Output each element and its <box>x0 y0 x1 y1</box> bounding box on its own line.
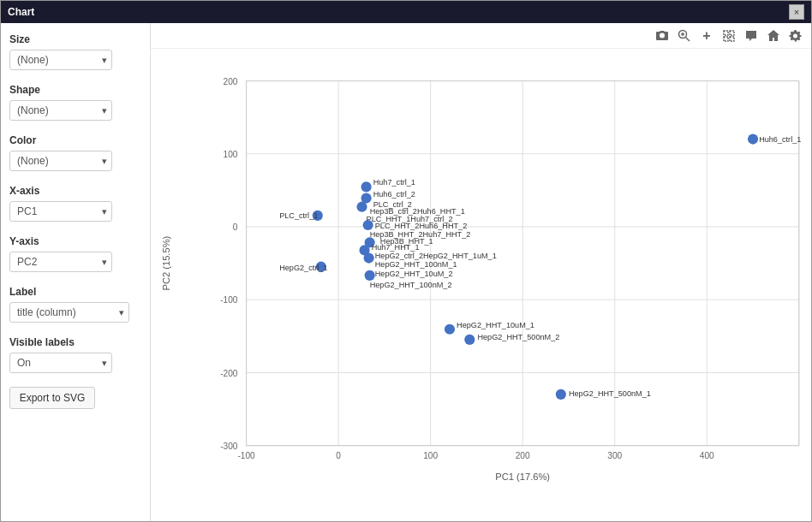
size-select-wrapper[interactable]: (None) <box>9 50 112 70</box>
svg-text:-100: -100 <box>220 295 238 305</box>
svg-text:Huh6_ctrl_1: Huh6_ctrl_1 <box>759 135 801 144</box>
window-title: Chart <box>8 6 34 18</box>
data-point <box>464 335 475 345</box>
svg-text:300: 300 <box>607 451 622 460</box>
camera-icon[interactable] <box>654 27 671 44</box>
svg-rect-5 <box>730 31 734 35</box>
yaxis-select[interactable]: PC1PC2PC3 <box>9 252 112 272</box>
svg-text:HepG2_ctrl_1: HepG2_ctrl_1 <box>279 264 327 272</box>
visible-labels-select-wrapper[interactable]: OnOff <box>9 353 112 373</box>
svg-text:-200: -200 <box>220 369 238 378</box>
svg-text:0: 0 <box>336 451 341 460</box>
data-point <box>363 220 373 230</box>
data-point <box>361 181 372 192</box>
xaxis-select-wrapper[interactable]: PC1PC2PC3 <box>9 201 112 222</box>
yaxis-select-wrapper[interactable]: PC1PC2PC3 <box>9 252 112 272</box>
plus-icon[interactable]: + <box>698 27 715 44</box>
chart-container: -100 0 100 200 300 400 200 100 0 -100 -2… <box>151 49 811 521</box>
svg-text:Huh6_ctrl_2: Huh6_ctrl_2 <box>373 190 415 199</box>
chart-window: Chart × Size (None) Shape (None) Color (… <box>0 0 812 522</box>
svg-text:PC1 (17.6%): PC1 (17.6%) <box>495 472 550 482</box>
visible-labels-section: Visible labels OnOff <box>9 336 141 373</box>
select-box-icon[interactable] <box>720 27 737 44</box>
xaxis-section: X-axis PC1PC2PC3 <box>9 185 141 222</box>
comment-icon[interactable] <box>743 27 760 44</box>
svg-text:HepG2_HHT_10uM_1: HepG2_HHT_10uM_1 <box>457 321 534 329</box>
shape-select[interactable]: (None) <box>9 100 112 121</box>
svg-text:-100: -100 <box>237 451 255 460</box>
size-select[interactable]: (None) <box>9 50 112 70</box>
svg-text:PLC_ctrl_1: PLC_ctrl_1 <box>279 211 318 220</box>
svg-text:100: 100 <box>423 451 438 460</box>
visible-labels-select[interactable]: OnOff <box>9 353 112 373</box>
svg-text:PLC_HHT_2Huh6_HHT_2: PLC_HHT_2Huh6_HHT_2 <box>375 222 468 230</box>
main-content: Size (None) Shape (None) Color (None) X-… <box>1 23 811 521</box>
svg-text:HepG2_HHT_500nM_1: HepG2_HHT_500nM_1 <box>569 389 651 398</box>
data-point <box>748 133 758 144</box>
svg-line-1 <box>686 37 690 41</box>
shape-select-wrapper[interactable]: (None) <box>9 100 112 121</box>
scatter-plot: -100 0 100 200 300 400 200 100 0 -100 -2… <box>151 49 811 521</box>
chart-area: + <box>151 23 811 521</box>
close-button[interactable]: × <box>789 4 804 20</box>
svg-text:HepG2_HHT_100nM_1: HepG2_HHT_100nM_1 <box>375 260 457 269</box>
color-label: Color <box>9 134 141 146</box>
svg-text:HepG2_HHT_500nM_2: HepG2_HHT_500nM_2 <box>477 333 559 341</box>
color-select-wrapper[interactable]: (None) <box>9 151 112 171</box>
color-section: Color (None) <box>9 134 141 171</box>
data-point <box>445 324 455 335</box>
data-point <box>556 389 566 400</box>
svg-text:HepG2_HHT_10uM_2: HepG2_HHT_10uM_2 <box>375 270 453 278</box>
svg-text:0: 0 <box>233 222 238 232</box>
data-point <box>356 202 367 212</box>
svg-text:PC2 (15.5%): PC2 (15.5%) <box>161 235 171 290</box>
svg-text:HepG2_HHT_100nM_2: HepG2_HHT_100nM_2 <box>370 281 452 289</box>
svg-rect-4 <box>724 31 728 35</box>
data-point <box>365 270 375 281</box>
xaxis-select[interactable]: PC1PC2PC3 <box>9 201 112 222</box>
color-select[interactable]: (None) <box>9 151 112 171</box>
visible-labels-label: Visible labels <box>9 336 141 348</box>
xaxis-label: X-axis <box>9 185 141 197</box>
chart-toolbar: + <box>151 23 811 49</box>
yaxis-label: Y-axis <box>9 235 141 247</box>
svg-rect-6 <box>724 37 728 41</box>
export-section: Export to SVG <box>9 387 141 409</box>
svg-text:200: 200 <box>516 451 530 460</box>
size-label: Size <box>9 33 141 45</box>
home-icon[interactable] <box>765 27 782 44</box>
shape-label: Shape <box>9 84 141 96</box>
sidebar: Size (None) Shape (None) Color (None) X-… <box>1 23 151 521</box>
export-svg-button[interactable]: Export to SVG <box>9 387 95 409</box>
shape-section: Shape (None) <box>9 84 141 121</box>
gear-icon[interactable] <box>787 27 804 44</box>
label-select[interactable]: title (column)none <box>9 302 129 323</box>
yaxis-section: Y-axis PC1PC2PC3 <box>9 235 141 272</box>
svg-rect-7 <box>730 37 734 41</box>
svg-text:-300: -300 <box>220 442 238 451</box>
svg-text:200: 200 <box>224 77 238 86</box>
zoom-icon[interactable] <box>676 27 693 44</box>
svg-text:HepG2_ctrl_2HepG2_HHT_1uM_1: HepG2_ctrl_2HepG2_HHT_1uM_1 <box>375 252 497 260</box>
svg-text:Huh7_ctrl_1: Huh7_ctrl_1 <box>373 178 415 187</box>
label-label: Label <box>9 286 141 298</box>
data-point <box>364 252 374 263</box>
label-section: Label title (column)none <box>9 286 141 323</box>
svg-text:400: 400 <box>700 451 714 460</box>
title-bar: Chart × <box>1 1 811 23</box>
label-select-wrapper[interactable]: title (column)none <box>9 302 129 323</box>
size-section: Size (None) <box>9 33 141 70</box>
svg-text:100: 100 <box>224 150 238 159</box>
